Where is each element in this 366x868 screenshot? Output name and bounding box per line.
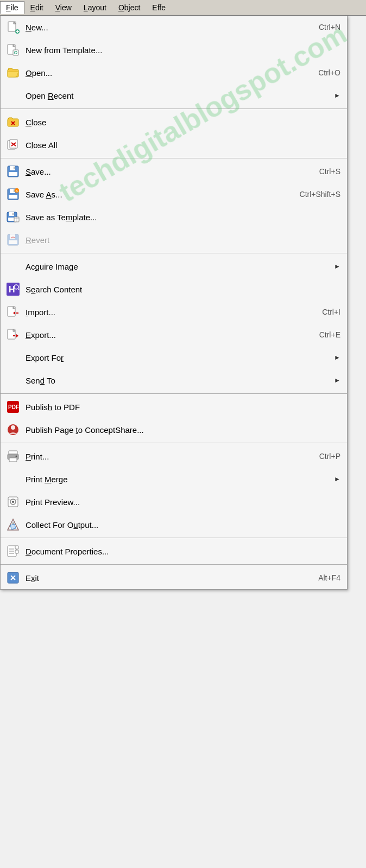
menu-item-search-content[interactable]: H Search Content: [1, 278, 347, 301]
menu-item-export-for[interactable]: Export For ►: [1, 346, 347, 369]
close-icon: [5, 114, 21, 130]
send-to-label: Send To: [26, 376, 329, 385]
export-shortcut: Ctrl+E: [319, 330, 340, 339]
export-for-icon: [5, 349, 21, 366]
publish-pdf-label: Publish to PDF: [26, 403, 340, 412]
menu-item-send-to[interactable]: Send To ►: [1, 369, 347, 392]
save-shortcut: Ctrl+S: [319, 167, 340, 176]
save-as-shortcut: Ctrl+Shift+S: [300, 190, 340, 199]
divider-5: [1, 443, 347, 443]
search-content-label: Search Content: [26, 285, 340, 294]
save-as-label: Save As...: [26, 190, 289, 199]
menu-bar-layout[interactable]: Layout: [78, 1, 112, 14]
svg-rect-55: [9, 458, 17, 462]
menu-item-open-recent[interactable]: Open Recent ►: [1, 84, 347, 107]
save-as-template-label: Save as Template...: [26, 213, 340, 222]
menu-item-document-properties[interactable]: Document Properties...: [1, 540, 347, 563]
revert-icon: [5, 232, 21, 248]
print-preview-label: Print Preview...: [26, 497, 340, 507]
export-label: Export...: [26, 330, 308, 340]
svg-text:PDF: PDF: [8, 404, 19, 410]
menu-item-collect-output[interactable]: Collect For Output...: [1, 513, 347, 536]
divider-1: [1, 108, 347, 109]
divider-7: [1, 564, 347, 565]
print-preview-icon: [5, 494, 21, 510]
svg-rect-20: [14, 167, 15, 169]
svg-rect-23: [9, 195, 17, 199]
revert-label: Revert: [26, 235, 340, 245]
save-as-template-icon: [5, 209, 21, 225]
svg-marker-48: [16, 334, 18, 337]
open-shortcut: Ctrl+O: [318, 68, 340, 77]
exit-shortcut: Alt+F4: [318, 573, 340, 582]
import-icon: [5, 304, 21, 320]
svg-rect-67: [15, 546, 18, 549]
export-icon: [5, 327, 21, 343]
menu-item-print-preview[interactable]: Print Preview...: [1, 490, 347, 513]
open-recent-arrow: ►: [334, 92, 340, 99]
menu-item-import[interactable]: Import... Ctrl+I: [1, 301, 347, 323]
menu-item-export[interactable]: Export... Ctrl+E: [1, 323, 347, 346]
open-recent-label: Open Recent: [26, 91, 329, 100]
save-as-icon: A: [5, 186, 21, 202]
menu-bar-effe[interactable]: Effe: [146, 1, 172, 14]
exit-icon: [5, 570, 21, 586]
menu-item-revert: Revert: [1, 228, 347, 251]
menu-item-new-from-template[interactable]: New from Template...: [1, 39, 347, 61]
menu-item-exit[interactable]: Exit Alt+F4: [1, 566, 347, 589]
collect-output-label: Collect For Output...: [26, 520, 340, 529]
menu-item-open[interactable]: Open... Ctrl+O: [1, 61, 347, 84]
new-shortcut: Ctrl+N: [319, 23, 340, 31]
menu-item-save[interactable]: Save... Ctrl+S: [1, 160, 347, 183]
save-icon: [5, 163, 21, 180]
acquire-image-icon: [5, 258, 21, 275]
menu-bar: File Edit View Layout Object Effe: [0, 0, 366, 16]
print-merge-arrow: ►: [334, 475, 340, 483]
svg-point-56: [16, 456, 17, 457]
menu-item-print-merge[interactable]: Print Merge ►: [1, 468, 347, 490]
new-from-template-icon: [5, 42, 21, 58]
menu-item-close-all[interactable]: Close All: [1, 133, 347, 156]
import-label: Import...: [26, 308, 311, 317]
menu-bar-view[interactable]: View: [49, 1, 78, 14]
menu-item-close[interactable]: Close: [1, 111, 347, 133]
print-icon: [5, 448, 21, 464]
menu-item-publish-conceptshare[interactable]: Publish Page to ConceptShare...: [1, 418, 347, 441]
publish-conceptshare-icon: [5, 422, 21, 438]
open-icon: [5, 65, 21, 81]
menu-item-print[interactable]: Print... Ctrl+P: [1, 445, 347, 468]
collect-output-icon: [5, 516, 21, 533]
publish-conceptshare-label: Publish Page to ConceptShare...: [26, 425, 340, 435]
svg-rect-65: [10, 524, 16, 529]
document-properties-label: Document Properties...: [26, 547, 340, 556]
divider-4: [1, 393, 347, 394]
acquire-image-arrow: ►: [334, 263, 340, 270]
close-all-icon: [5, 137, 21, 153]
svg-rect-31: [14, 217, 19, 222]
document-properties-icon: [5, 543, 21, 559]
menu-item-acquire-image[interactable]: Acquire Image ►: [1, 255, 347, 278]
open-recent-icon: [5, 87, 21, 104]
svg-point-52: [11, 425, 15, 430]
menu-item-publish-pdf[interactable]: PDF Publish to PDF: [1, 395, 347, 418]
svg-rect-68: [15, 550, 18, 553]
svg-rect-24: [14, 189, 15, 192]
publish-pdf-icon: PDF: [5, 399, 21, 415]
menu-bar-edit[interactable]: Edit: [24, 1, 49, 14]
menu-item-new[interactable]: New... Ctrl+N: [1, 16, 347, 39]
print-shortcut: Ctrl+P: [319, 452, 340, 461]
menu-bar-object[interactable]: Object: [112, 1, 146, 14]
svg-text:A: A: [16, 189, 18, 193]
file-menu: New... Ctrl+N New from Template... Open.…: [0, 16, 348, 590]
divider-2: [1, 158, 347, 158]
save-label: Save...: [26, 167, 308, 176]
acquire-image-label: Acquire Image: [26, 262, 329, 271]
print-merge-icon: [5, 471, 21, 487]
export-for-label: Export For: [26, 353, 329, 362]
menu-item-save-as[interactable]: A Save As... Ctrl+Shift+S: [1, 183, 347, 206]
menu-bar-file[interactable]: File: [0, 1, 24, 14]
close-label: Close: [26, 118, 340, 127]
menu-item-save-as-template[interactable]: Save as Template...: [1, 206, 347, 228]
send-to-icon: [5, 372, 21, 388]
new-icon: [5, 19, 21, 35]
